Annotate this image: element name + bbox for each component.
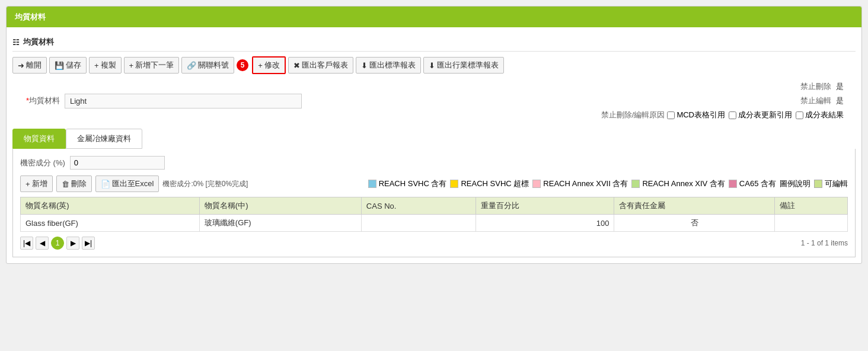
checkbox-mcd-input[interactable] (667, 111, 675, 119)
save-icon: 💾 (55, 61, 64, 70)
btn-export-excel-label: 匯出至Excel (112, 178, 154, 189)
legend-ca65: CA65 含有 (729, 178, 776, 189)
page-prev[interactable]: ◀ (36, 237, 49, 250)
th-name-zh: 物質名稱(中) (199, 197, 361, 215)
density-label: 機密成分 (%) (20, 158, 65, 168)
ban-delete-row: 禁止刪除 是 (796, 81, 844, 92)
edit-icon: + (258, 61, 263, 70)
legend-ca65-label: CA65 含有 (739, 178, 776, 189)
td-weight: 100 (476, 215, 614, 232)
legend-annex14: REACH Annex XIV 含有 (631, 178, 725, 189)
th-metal: 含有責任金屬 (614, 197, 775, 215)
th-name-en: 物質名稱(英) (21, 197, 200, 215)
td-name-zh: 玻璃纖維(GF) (199, 215, 361, 232)
page-wrapper: 均質材料 ☷ 均質材料 ➜ 離開 💾 儲存 + 複製 (0, 0, 868, 351)
table-row[interactable]: Glass fiber(GF) 玻璃纖維(GF) 100 否 (21, 215, 848, 232)
toolbar: ➜ 離開 💾 儲存 + 複製 + 新增下一筆 🔗 關聯料號 (12, 56, 856, 74)
badge-5: 5 (237, 59, 248, 71)
btn-export-standard-label: 匯出標準報表 (369, 60, 416, 71)
checkbox-group: MCD表格引用 成分表更新引用 成分表結果 (667, 110, 844, 120)
btn-export-customer-label: 匯出客戶報表 (302, 60, 348, 71)
legend-svhc-exceed-box (450, 180, 458, 188)
btn-export-standard[interactable]: ⬇ 匯出標準報表 (356, 57, 421, 74)
tab-metal[interactable]: 金屬冶煉廠資料 (66, 129, 142, 149)
td-remark (775, 215, 848, 232)
btn-exit[interactable]: ➜ 離開 (12, 57, 47, 74)
download-industry-icon: ⬇ (429, 61, 435, 70)
ban-delete-label: 禁止刪除 (796, 81, 831, 92)
ban-reason-row: 禁止刪除/編輯原因 MCD表格引用 成分表更新引用 (593, 110, 844, 120)
btn-save-label: 儲存 (66, 60, 81, 71)
ban-delete-value: 是 (836, 81, 844, 92)
btn-related[interactable]: 🔗 關聯料號 (181, 57, 234, 74)
btn-add-next[interactable]: + 新增下一筆 (124, 57, 180, 74)
grid-icon: ☷ (12, 38, 20, 47)
checkbox-component-result-input[interactable] (796, 111, 803, 119)
legend-annex17-box (532, 180, 541, 188)
td-metal: 否 (614, 215, 775, 232)
btn-delete-substance[interactable]: 🗑 刪除 (56, 176, 92, 192)
tab-substance-label: 物質資料 (24, 134, 55, 143)
legend-svhc-exceed-label: REACH SVHC 超標 (461, 178, 529, 189)
inner-toolbar-row: + 新增 🗑 刪除 📄 匯出至Excel 機密成分:0% [完整0%完成] (20, 176, 848, 192)
legend-ca65-box (729, 180, 737, 188)
checkbox-mcd[interactable]: MCD表格引用 (667, 110, 725, 120)
btn-add-substance-label: 新增 (32, 178, 47, 189)
tab-substance[interactable]: 物質資料 (12, 129, 66, 149)
ban-edit-label: 禁止編輯 (796, 95, 831, 106)
panel-body: ☷ 均質材料 ➜ 離開 💾 儲存 + 複製 + 新增 (7, 27, 861, 263)
panel-header: 均質材料 (7, 7, 861, 27)
substance-table: 物質名稱(英) 物質名稱(中) CAS No. 重量百分比 含有責任金屬 備註 … (20, 197, 848, 232)
btn-export-industry-label: 匯出行業標準報表 (437, 60, 499, 71)
btn-save[interactable]: 💾 儲存 (49, 57, 87, 74)
th-weight: 重量百分比 (476, 197, 614, 215)
page-1[interactable]: 1 (51, 237, 64, 250)
page-first[interactable]: |◀ (20, 237, 33, 250)
tab-content: 機密成分 (%) + 新增 🗑 刪除 (12, 149, 856, 257)
delete-substance-icon: 🗑 (62, 180, 69, 189)
page-next[interactable]: ▶ (66, 237, 79, 250)
pagination: |◀ ◀ 1 ▶ ▶| (20, 237, 95, 250)
btn-export-excel[interactable]: 📄 匯出至Excel (95, 176, 159, 192)
table-header-row: 物質名稱(英) 物質名稱(中) CAS No. 重量百分比 含有責任金屬 備註 (21, 197, 848, 215)
material-input[interactable] (65, 94, 302, 109)
pager-row: |◀ ◀ 1 ▶ ▶| 1 - 1 of 1 items (20, 237, 848, 250)
checkbox-component-result[interactable]: 成分表結果 (796, 110, 844, 120)
page-last[interactable]: ▶| (82, 237, 95, 250)
btn-export-industry[interactable]: ⬇ 匯出行業標準報表 (423, 57, 504, 74)
legend-editable-label: 可編輯 (825, 178, 848, 189)
btn-add-substance[interactable]: + 新增 (20, 176, 53, 192)
checkbox-component-update[interactable]: 成分表更新引用 (729, 110, 792, 120)
panel-title: 均質材料 (15, 12, 46, 21)
section-title: ☷ 均質材料 (12, 33, 856, 52)
tabs-header: 物質資料 金屬冶煉廠資料 (12, 129, 856, 149)
btn-export-customer[interactable]: ✖ 匯出客戶報表 (288, 57, 353, 74)
btn-modify[interactable]: + 修改 (252, 56, 286, 74)
btn-exit-label: 離開 (26, 60, 42, 71)
checkbox-component-update-input[interactable] (729, 111, 736, 119)
legend-editable: 可編輯 (814, 178, 848, 189)
btn-copy-label: 複製 (101, 60, 116, 71)
legend-annex14-box (631, 180, 640, 188)
btn-related-label: 關聯料號 (198, 60, 229, 71)
density-input[interactable] (70, 156, 165, 170)
add-next-icon: + (129, 61, 134, 70)
section-title-text: 均質材料 (23, 37, 54, 47)
legend-svhc-contain-label: REACH SVHC 含有 (379, 178, 447, 189)
btn-copy[interactable]: + 複製 (89, 57, 122, 74)
legend-annex14-label: REACH Annex XIV 含有 (642, 178, 725, 189)
link-icon: 🔗 (187, 61, 196, 70)
btn-modify-label: 修改 (264, 60, 280, 71)
main-panel: 均質材料 ☷ 均質材料 ➜ 離開 💾 儲存 + 複製 (6, 6, 862, 264)
density-row: 機密成分 (%) (20, 156, 848, 170)
copy-icon: + (94, 61, 99, 70)
checkbox-mcd-label: MCD表格引用 (676, 110, 725, 120)
legend-example: 圖例說明 (780, 178, 810, 189)
tabs-section: 物質資料 金屬冶煉廠資料 機密成分 (%) + (12, 129, 856, 257)
form-right: 禁止刪除 是 禁止編輯 是 禁止刪除/編輯原因 MCD表格引用 (314, 81, 856, 120)
ban-edit-row: 禁止編輯 是 (796, 95, 844, 106)
exit-icon: ➜ (18, 61, 24, 70)
th-cas: CAS No. (361, 197, 476, 215)
legend-annex17-label: REACH Annex XVII 含有 (543, 178, 628, 189)
export-customer-icon: ✖ (293, 61, 300, 70)
